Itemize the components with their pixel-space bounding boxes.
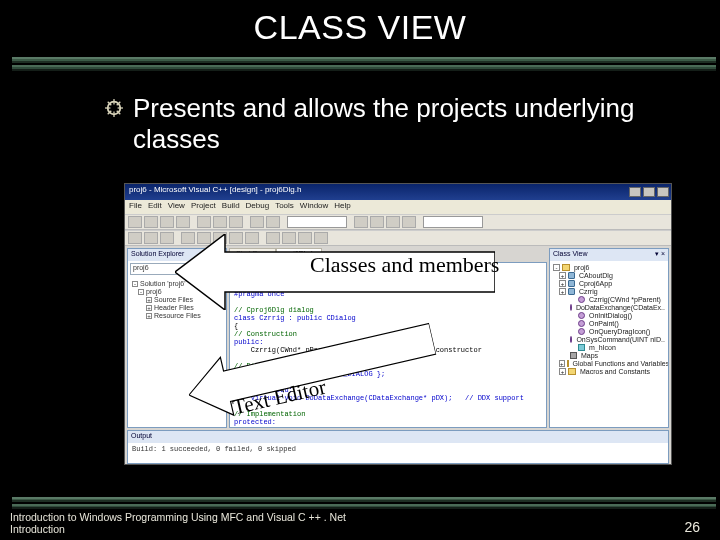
output-line: Build: 1 succeeded, 0 failed, 0 skipped: [128, 443, 668, 455]
tree-node: -Solution 'proj6': [132, 280, 222, 287]
solution-explorer-header: Solution Explorer: [128, 249, 226, 261]
bullet-row: Presents and allows the projects underly…: [105, 93, 665, 155]
tree-node: +Header Files: [132, 304, 222, 311]
menu-item: Build: [222, 201, 240, 213]
tree-node: +Source Files: [132, 296, 222, 303]
close-icon: [657, 187, 669, 197]
bullet-star-icon: [105, 99, 123, 117]
menu-item: Edit: [148, 201, 162, 213]
maximize-icon: [643, 187, 655, 197]
menu-item: Debug: [246, 201, 270, 213]
title-underline: [0, 57, 720, 71]
footer-line-1: Introduction to Windows Programming Usin…: [10, 511, 346, 524]
menu-item: Project: [191, 201, 216, 213]
ide-menubar: File Edit View Project Build Debug Tools…: [125, 200, 671, 214]
page-number: 26: [684, 519, 714, 536]
ide-toolbar: [125, 214, 671, 230]
tab-start-page: Start Page: [229, 248, 276, 262]
output-header: Output: [131, 432, 152, 442]
pin-icon: ▾ ×: [655, 250, 665, 260]
menu-item: View: [168, 201, 185, 213]
tree-node: -proj6: [132, 288, 222, 295]
footer-line-2: Introduction: [10, 523, 346, 536]
slide-footer: Introduction to Windows Programming Usin…: [0, 497, 720, 540]
menu-item: Tools: [275, 201, 294, 213]
menu-item: Window: [300, 201, 328, 213]
menu-item: File: [129, 201, 142, 213]
callout-classes-members: Classes and members: [310, 252, 499, 278]
minimize-icon: [629, 187, 641, 197]
solution-dropdown: proj6: [130, 263, 224, 275]
tree-node: +Resource Files: [132, 312, 222, 319]
class-view-panel: Class View▾ × - proj6+ CAboutDlg+ Cproj6…: [549, 248, 669, 428]
bullet-text: Presents and allows the projects underly…: [133, 93, 665, 155]
ide-toolbar-2: [125, 230, 671, 246]
class-view-header: Class View: [553, 250, 588, 260]
slide-title: CLASS VIEW: [0, 0, 720, 47]
ide-titlebar: proj6 - Microsoft Visual C++ [design] - …: [125, 184, 671, 200]
menu-item: Help: [334, 201, 350, 213]
ide-window-title: proj6 - Microsoft Visual C++ [design] - …: [129, 185, 301, 194]
